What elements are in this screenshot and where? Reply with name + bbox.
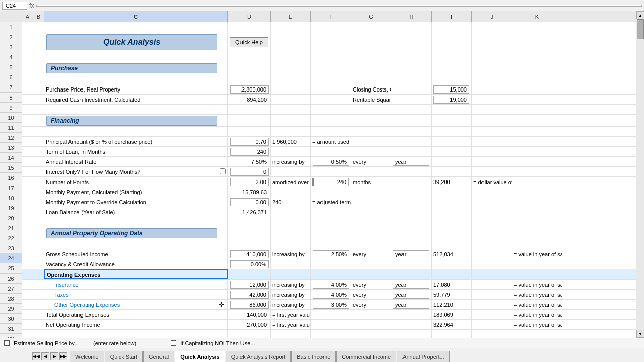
- cell-principal-value[interactable]: 0.70: [228, 137, 271, 146]
- cell-taxes-value[interactable]: 42,000: [228, 290, 271, 299]
- capitalizing-checkbox[interactable]: [171, 340, 176, 346]
- cell-other-opex-value[interactable]: 86,000: [228, 300, 271, 309]
- scroll-up-button[interactable]: ▲: [636, 11, 644, 19]
- cell-i1[interactable]: [432, 22, 472, 32]
- name-box[interactable]: C24: [2, 2, 27, 10]
- cell-c1[interactable]: [44, 22, 228, 32]
- tab-welcome[interactable]: Welcome: [70, 351, 104, 362]
- row-17: Monthly Payment to Override Calculation …: [22, 197, 636, 207]
- scroll-track[interactable]: [636, 19, 644, 330]
- tab-commercial-income[interactable]: Commercial Income: [336, 351, 396, 362]
- cell-insurance-pct[interactable]: 4.00%: [311, 280, 351, 289]
- cell-taxes-period[interactable]: year: [391, 290, 432, 299]
- col-header-g[interactable]: G: [351, 11, 391, 22]
- cell-d2[interactable]: Quick Help: [228, 32, 271, 52]
- estimate-checkbox[interactable]: [4, 340, 10, 346]
- tab-quick-analysis[interactable]: Quick Analysis: [175, 351, 225, 362]
- interest-only-checkbox[interactable]: [220, 168, 226, 174]
- cell-rsf-value[interactable]: 19,000: [432, 95, 472, 104]
- cell-j2[interactable]: [472, 32, 512, 52]
- col-header-j[interactable]: J: [472, 11, 512, 22]
- cell-gsi-value[interactable]: 410,000: [228, 249, 271, 259]
- estimate-bar: Estimate Selling Price by... (enter rate…: [0, 338, 644, 348]
- col-header-f[interactable]: F: [311, 11, 351, 22]
- cell-purchase-header[interactable]: Purchase: [44, 62, 228, 74]
- tab-nav-next[interactable]: ▶: [50, 352, 58, 360]
- cell-j1[interactable]: [472, 22, 512, 32]
- tab-quick-analysis-report[interactable]: Quick Analysis Report: [226, 351, 291, 362]
- cell-a2[interactable]: [22, 32, 33, 52]
- tab-general[interactable]: General: [143, 351, 174, 362]
- cell-h1[interactable]: [391, 22, 432, 32]
- col-header-d[interactable]: D: [228, 11, 271, 22]
- cell-gsi-period[interactable]: year: [391, 249, 432, 259]
- cell-noi-value: 270,000: [228, 320, 271, 329]
- cell-opex-label[interactable]: Operating Expenses: [44, 269, 228, 279]
- cell-total-opex-note: = first year value: [271, 310, 311, 319]
- cell-points-months-val[interactable]: 240: [311, 177, 351, 187]
- cell-k2[interactable]: [512, 32, 562, 52]
- col-header-h[interactable]: H: [391, 11, 432, 22]
- cell-g2[interactable]: [351, 32, 391, 52]
- cell-points-dollar: 39,200: [432, 177, 472, 187]
- cell-i2[interactable]: [432, 32, 472, 52]
- cell-points-value[interactable]: 2.00: [228, 177, 271, 187]
- cell-other-opex-pct[interactable]: 3.00%: [311, 300, 351, 309]
- col-header-k[interactable]: K: [512, 11, 562, 22]
- cell-interest-period[interactable]: year: [391, 157, 432, 166]
- tab-quick-start[interactable]: Quick Start: [105, 351, 143, 362]
- cell-vacancy-value[interactable]: 0.00%: [228, 259, 271, 269]
- cell-h2[interactable]: [391, 32, 432, 52]
- cell-d1[interactable]: [228, 22, 271, 32]
- col-header-b[interactable]: B: [33, 11, 44, 22]
- cell-c2[interactable]: Quick Analysis: [44, 32, 228, 52]
- cell-insurance-sale-val: 17,080: [432, 280, 472, 289]
- cell-financing-header[interactable]: Financing: [44, 115, 228, 126]
- cell-f2[interactable]: [311, 32, 351, 52]
- tab-nav-prev[interactable]: ◀: [41, 352, 49, 360]
- row-27: Other Operating Expenses ✛ 86,000 increa…: [22, 300, 636, 310]
- scroll-thumb[interactable]: [637, 19, 644, 39]
- col-header-e[interactable]: E: [271, 11, 311, 22]
- cell-interest-pct[interactable]: 0.50%: [311, 157, 351, 166]
- cell-interestonly-value[interactable]: 0: [228, 167, 271, 176]
- cell-other-opex-sale-val: 112,210: [432, 300, 472, 309]
- cell-other-opex-period[interactable]: year: [391, 300, 432, 309]
- cell-closing-costs-value[interactable]: 15,000: [432, 84, 472, 94]
- cell-taxes-pct[interactable]: 4.00%: [311, 290, 351, 299]
- cell-term-value[interactable]: 240: [228, 147, 271, 156]
- cell-cash-invest-label: Required Cash Investment, Calculated: [44, 95, 228, 104]
- cell-gsi-pct[interactable]: 2.50%: [311, 249, 351, 259]
- cell-vacancy-label: Vacancy & Credit Allowance: [44, 259, 228, 269]
- row-12: Term of Loan, in Months 240: [22, 147, 636, 157]
- cell-a1[interactable]: [22, 22, 33, 32]
- cell-annual-header[interactable]: Annual Property Operating Data: [44, 227, 228, 239]
- cell-insurance-value[interactable]: 12,000: [228, 280, 271, 289]
- cell-k1[interactable]: [512, 22, 562, 32]
- cell-taxes-sale-text: = value in year of sale: [512, 290, 562, 299]
- cell-monthly-override-value[interactable]: 0.00: [228, 197, 271, 207]
- row-3: [22, 52, 636, 62]
- row-19: [22, 217, 636, 227]
- cell-purchase-price-value[interactable]: 2,800,000: [228, 84, 271, 94]
- cell-e1[interactable]: [271, 22, 311, 32]
- col-header-c[interactable]: C: [44, 11, 228, 22]
- cell-cash-invest-value[interactable]: 894,200: [228, 95, 271, 104]
- tab-nav-first[interactable]: ◀◀: [32, 352, 40, 360]
- tab-annual-property[interactable]: Annual Propert...: [397, 351, 450, 362]
- tab-basic-income[interactable]: Basic Income: [291, 351, 336, 362]
- cell-b2[interactable]: [33, 32, 44, 52]
- col-header-i[interactable]: I: [432, 11, 472, 22]
- cell-b1[interactable]: [33, 22, 44, 32]
- col-header-a[interactable]: A: [22, 11, 33, 22]
- cell-insurance-period[interactable]: year: [391, 280, 432, 289]
- vertical-scrollbar[interactable]: ▲ ▼: [636, 11, 644, 338]
- quick-help-button[interactable]: Quick Help: [230, 37, 268, 47]
- cell-g1[interactable]: [351, 22, 391, 32]
- scroll-down-button[interactable]: ▼: [636, 330, 644, 338]
- tab-nav-last[interactable]: ▶▶: [59, 352, 67, 360]
- row-20: Annual Property Operating Data: [22, 227, 636, 239]
- cell-interest-value[interactable]: 7.50%: [228, 157, 271, 166]
- cell-e2[interactable]: [271, 32, 311, 52]
- cell-f1[interactable]: [311, 22, 351, 32]
